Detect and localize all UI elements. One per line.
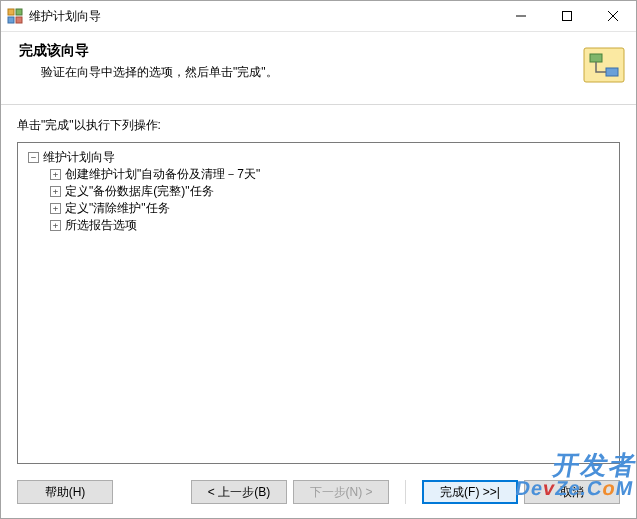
wizard-header-icon bbox=[580, 42, 628, 90]
window-controls bbox=[498, 1, 636, 31]
help-button-label: 帮助(H) bbox=[45, 484, 86, 501]
tree-item-label: 所选报告选项 bbox=[65, 217, 137, 234]
svg-rect-4 bbox=[563, 12, 572, 21]
tree-root-label: 维护计划向导 bbox=[43, 149, 115, 166]
back-button[interactable]: < 上一步(B) bbox=[191, 480, 287, 504]
tree-item-label: 定义"清除维护"任务 bbox=[65, 200, 170, 217]
window-title: 维护计划向导 bbox=[29, 8, 101, 25]
back-button-label: < 上一步(B) bbox=[208, 484, 270, 501]
tree-item-label: 创建维护计划"自动备份及清理－7天" bbox=[65, 166, 260, 183]
nav-button-row: < 上一步(B) 下一步(N) > 完成(F) >>| 取消 bbox=[191, 480, 620, 504]
minimize-button[interactable] bbox=[498, 1, 544, 31]
wizard-header-title: 完成该向导 bbox=[15, 42, 574, 60]
svg-rect-7 bbox=[606, 68, 618, 76]
wizard-header: 完成该向导 验证在向导中选择的选项，然后单击"完成"。 bbox=[1, 32, 636, 105]
wizard-header-subtitle: 验证在向导中选择的选项，然后单击"完成"。 bbox=[15, 60, 574, 81]
svg-rect-1 bbox=[16, 9, 22, 15]
svg-rect-2 bbox=[8, 17, 14, 23]
tree-root[interactable]: − 维护计划向导 bbox=[24, 149, 613, 166]
close-button[interactable] bbox=[590, 1, 636, 31]
next-button: 下一步(N) > bbox=[293, 480, 389, 504]
tree-item[interactable]: + 定义"备份数据库(完整)"任务 bbox=[24, 183, 613, 200]
finish-button-label: 完成(F) >>| bbox=[440, 484, 500, 501]
expand-toggle-icon[interactable]: + bbox=[50, 220, 61, 231]
svg-rect-5 bbox=[584, 48, 624, 82]
svg-rect-3 bbox=[16, 17, 22, 23]
svg-rect-6 bbox=[590, 54, 602, 62]
titlebar: 维护计划向导 bbox=[1, 1, 636, 32]
tree-item[interactable]: + 创建维护计划"自动备份及清理－7天" bbox=[24, 166, 613, 183]
finish-button[interactable]: 完成(F) >>| bbox=[422, 480, 518, 504]
tree-item[interactable]: + 所选报告选项 bbox=[24, 217, 613, 234]
tree-item-label: 定义"备份数据库(完整)"任务 bbox=[65, 183, 214, 200]
svg-rect-0 bbox=[8, 9, 14, 15]
next-button-label: 下一步(N) > bbox=[310, 484, 373, 501]
cancel-button-label: 取消 bbox=[560, 484, 584, 501]
expand-toggle-icon[interactable]: + bbox=[50, 203, 61, 214]
cancel-button[interactable]: 取消 bbox=[524, 480, 620, 504]
expand-toggle-icon[interactable]: + bbox=[50, 169, 61, 180]
instruction-text: 单击"完成"以执行下列操作: bbox=[17, 117, 620, 134]
wizard-window: 维护计划向导 完成该向导 验证在向导中选择的选项，然后单击"完成"。 bbox=[0, 0, 637, 519]
expand-toggle-icon[interactable]: + bbox=[50, 186, 61, 197]
button-separator bbox=[405, 480, 406, 504]
wizard-body: 单击"完成"以执行下列操作: − 维护计划向导 + 创建维护计划"自动备份及清理… bbox=[1, 105, 636, 470]
wizard-footer: 帮助(H) < 上一步(B) 下一步(N) > 完成(F) >>| 取消 bbox=[1, 470, 636, 518]
help-button[interactable]: 帮助(H) bbox=[17, 480, 113, 504]
wizard-header-text: 完成该向导 验证在向导中选择的选项，然后单击"完成"。 bbox=[15, 42, 574, 81]
maximize-button[interactable] bbox=[544, 1, 590, 31]
tree-item[interactable]: + 定义"清除维护"任务 bbox=[24, 200, 613, 217]
summary-tree[interactable]: − 维护计划向导 + 创建维护计划"自动备份及清理－7天" + 定义"备份数据库… bbox=[17, 142, 620, 464]
collapse-toggle-icon[interactable]: − bbox=[28, 152, 39, 163]
app-icon bbox=[7, 8, 23, 24]
